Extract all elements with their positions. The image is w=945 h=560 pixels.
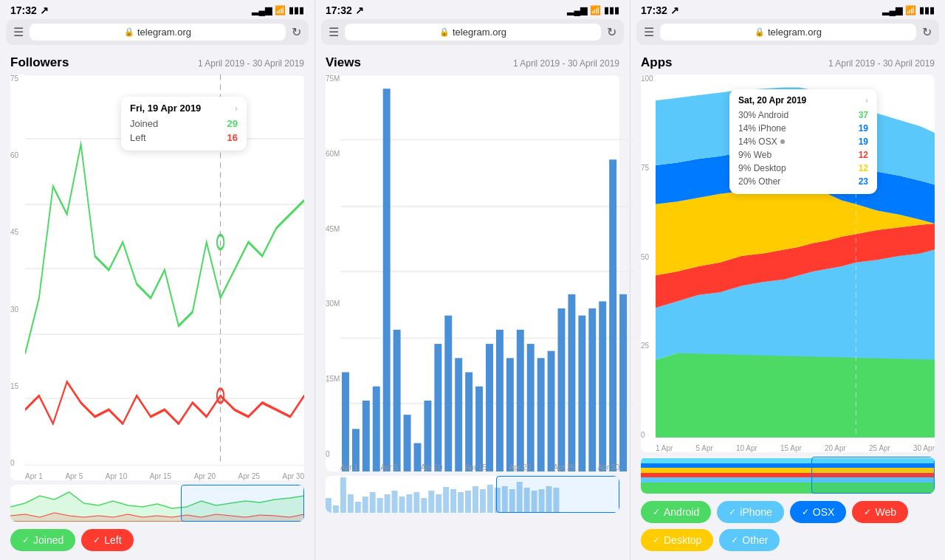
mini-selection-views[interactable]	[496, 476, 619, 513]
menu-icon-views[interactable]: ☰	[329, 25, 339, 39]
filter-web-btn[interactable]: ✓ Web	[852, 501, 908, 523]
tooltip-other-label: 20% Other	[738, 176, 780, 187]
tooltip-iphone-label: 14% iPhone	[738, 123, 786, 134]
svg-rect-29	[465, 373, 472, 472]
mini-selection-apps[interactable]	[811, 457, 935, 494]
svg-rect-28	[455, 358, 462, 471]
chart-area-followers: 75 60 45 30 15 0 Apr 1 Apr 5 Apr 10 Apr …	[10, 75, 304, 480]
svg-rect-52	[377, 498, 383, 513]
browser-bar-followers[interactable]: ☰ 🔒 telegram.org ↻	[6, 19, 309, 45]
tooltip-desktop-value: 12	[859, 163, 868, 173]
svg-rect-20	[373, 387, 380, 471]
filter-osx-label: OSX	[813, 506, 835, 518]
tooltip-osx-label: 14% OSX	[738, 136, 785, 147]
filter-osx-btn[interactable]: ✓ OSX	[790, 501, 847, 523]
svg-rect-57	[413, 492, 419, 513]
svg-rect-17	[342, 373, 349, 472]
filter-other-btn[interactable]: ✓ Other	[719, 529, 780, 551]
svg-rect-19	[362, 401, 370, 471]
x-axis-followers: Apr 1 Apr 5 Apr 10 Apr 15 Apr 20 Apr 25 …	[25, 472, 304, 480]
wifi-icon-apps: 📶	[905, 5, 916, 15]
svg-rect-48	[348, 494, 354, 513]
check-web: ✓	[864, 507, 871, 517]
tooltip-header-apps: Sat, 20 Apr 2019 ›	[738, 95, 868, 106]
url-followers[interactable]: 🔒 telegram.org	[30, 24, 286, 41]
content-views: Views 1 April 2019 - 30 April 2019	[315, 48, 630, 560]
wifi-icon: 📶	[275, 5, 286, 15]
chart-date-views: 1 April 2019 - 30 April 2019	[513, 58, 619, 69]
content-apps: Apps 1 April 2019 - 30 April 2019	[630, 48, 945, 560]
tooltip-chevron-followers[interactable]: ›	[235, 103, 238, 114]
mini-chart-followers[interactable]	[10, 485, 304, 522]
status-bar-apps: 17:32 ↗ ▂▄▆ 📶 ▮▮▮	[630, 0, 945, 19]
svg-rect-41	[588, 308, 596, 471]
tooltip-iphone-value: 19	[859, 123, 868, 134]
url-text-apps: telegram.org	[768, 27, 822, 38]
menu-icon-apps[interactable]: ☰	[644, 25, 654, 39]
chart-header-followers: Followers 1 April 2019 - 30 April 2019	[10, 55, 304, 70]
svg-rect-21	[383, 89, 391, 471]
svg-rect-46	[333, 505, 339, 513]
views-spacer	[326, 517, 619, 554]
chart-title-apps: Apps	[641, 55, 673, 70]
tooltip-android-value: 37	[859, 110, 868, 120]
battery-icon: ▮▮▮	[289, 5, 304, 15]
status-bar-views: 17:32 ↗ ▂▄▆ 📶 ▮▮▮	[315, 0, 630, 19]
tooltip-header-followers: Fri, 19 Apr 2019 ›	[130, 103, 238, 114]
y-axis-apps: 100 75 50 25 0	[641, 75, 656, 439]
url-views[interactable]: 🔒 telegram.org	[345, 24, 601, 41]
svg-rect-49	[355, 502, 361, 513]
chart-area-views: 75M 60M 45M 30M 15M 0 Apr 1 Apr 5 Apr 10…	[326, 75, 619, 471]
tooltip-left-value: 16	[227, 132, 238, 143]
svg-rect-30	[475, 387, 483, 471]
url-apps[interactable]: 🔒 telegram.org	[660, 24, 916, 41]
tooltip-row-osx: 14% OSX 19	[738, 135, 868, 148]
filter-other-label: Other	[742, 534, 768, 546]
svg-rect-33	[506, 358, 514, 471]
svg-rect-54	[392, 491, 398, 513]
chart-title-views: Views	[326, 55, 361, 70]
content-followers: Followers 1 April 2019 - 30 April 2019	[0, 48, 315, 560]
url-text-views: telegram.org	[453, 27, 506, 38]
time-apps: 17:32 ↗	[641, 4, 679, 16]
mini-selection-followers[interactable]	[181, 485, 304, 522]
chart-title-followers: Followers	[10, 55, 69, 70]
status-icons-apps: ▂▄▆ 📶 ▮▮▮	[882, 5, 935, 15]
svg-rect-26	[434, 344, 441, 471]
browser-bar-apps[interactable]: ☰ 🔒 telegram.org ↻	[636, 19, 939, 45]
chart-area-apps: 100 75 50 25 0 1 Apr 5 Apr 10 Apr 15 Apr…	[641, 75, 935, 452]
x-axis-views: Apr 1 Apr 5 Apr 10 Apr 15 Apr 20 Apr 25 …	[340, 463, 619, 471]
reload-icon-followers[interactable]: ↻	[292, 25, 301, 39]
lock-icon-followers: 🔒	[124, 27, 134, 37]
mini-chart-apps[interactable]	[641, 457, 935, 494]
tooltip-web-label: 9% Web	[738, 150, 772, 160]
check-desktop: ✓	[653, 535, 660, 545]
tooltip-chevron-apps[interactable]: ›	[865, 95, 868, 106]
filter-left-btn[interactable]: ✓ Left	[81, 529, 133, 551]
svg-rect-40	[578, 316, 585, 471]
svg-rect-60	[436, 494, 441, 513]
tooltip-row-android: 30% Android 37	[738, 108, 868, 122]
check-iphone: ✓	[729, 507, 736, 517]
time-views: 17:32 ↗	[326, 4, 364, 16]
x-axis-apps: 1 Apr 5 Apr 10 Apr 15 Apr 20 Apr 25 Apr …	[656, 444, 935, 452]
check-left: ✓	[93, 535, 100, 545]
filter-android-btn[interactable]: ✓ Android	[641, 501, 711, 523]
browser-bar-views[interactable]: ☰ 🔒 telegram.org ↻	[321, 19, 624, 45]
menu-icon-followers[interactable]: ☰	[13, 25, 24, 39]
mini-chart-views[interactable]	[326, 476, 619, 513]
filter-joined-btn[interactable]: ✓ Joined	[10, 529, 75, 551]
svg-rect-25	[424, 401, 431, 471]
reload-icon-apps[interactable]: ↻	[922, 25, 932, 39]
filter-buttons-followers: ✓ Joined ✓ Left	[10, 526, 304, 554]
chart-date-followers: 1 April 2019 - 30 April 2019	[198, 58, 304, 69]
svg-rect-55	[399, 497, 405, 513]
svg-rect-44	[619, 294, 627, 471]
tooltip-left-label: Left	[130, 132, 146, 143]
tooltip-android-label: 30% Android	[738, 110, 788, 120]
filter-desktop-btn[interactable]: ✓ Desktop	[641, 529, 713, 551]
filter-iphone-btn[interactable]: ✓ iPhone	[717, 501, 784, 523]
reload-icon-views[interactable]: ↻	[607, 25, 616, 39]
svg-rect-56	[406, 494, 412, 513]
chart-date-apps: 1 April 2019 - 30 April 2019	[828, 58, 935, 69]
